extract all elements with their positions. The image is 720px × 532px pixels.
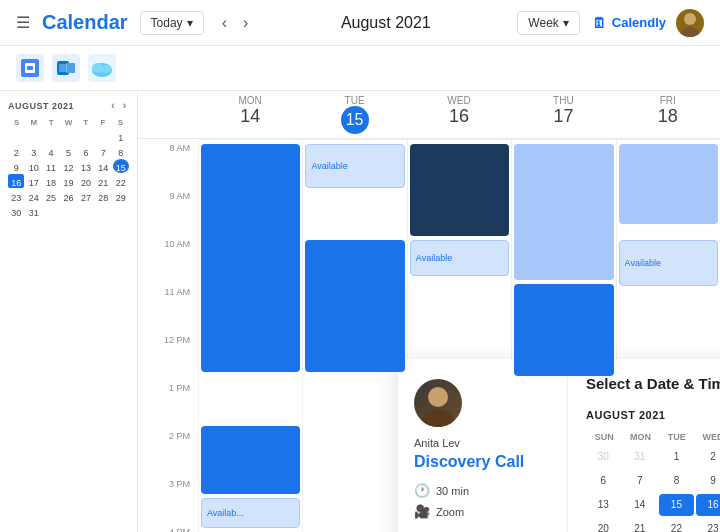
mini-day[interactable]: 23: [8, 189, 24, 203]
booking-day: 30: [586, 446, 621, 468]
col-header-mon: MON 14: [198, 91, 302, 138]
booking-event-name: Discovery Call: [414, 453, 551, 471]
booking-day[interactable]: 13: [586, 494, 621, 516]
mini-day[interactable]: 29: [113, 189, 129, 203]
mini-cal-header: AUGUST 2021 ‹ ›: [8, 99, 129, 112]
mini-day[interactable]: 1: [113, 129, 129, 143]
mini-day[interactable]: 26: [60, 189, 76, 203]
mini-day[interactable]: [95, 129, 111, 143]
mini-day[interactable]: 31: [25, 204, 41, 218]
mini-day[interactable]: 18: [43, 174, 59, 188]
mini-day[interactable]: 17: [25, 174, 41, 188]
zoom-icon: 🎥: [414, 504, 430, 519]
mini-day[interactable]: 11: [43, 159, 59, 173]
tue-col: Available: [302, 139, 406, 532]
time-label-3pm: 3 PM: [138, 475, 198, 523]
mini-day-selected[interactable]: 16: [8, 174, 24, 188]
mini-day[interactable]: [8, 129, 24, 143]
mini-cal-days: 1 2 3 4 5 6 7 8 9 10 11 12 13 14 15 16 1…: [8, 129, 129, 218]
mini-day[interactable]: [78, 129, 94, 143]
integrations-bar: [0, 46, 720, 91]
booking-day[interactable]: 2: [696, 446, 720, 468]
svg-point-10: [101, 65, 111, 73]
booking-day[interactable]: 7: [623, 470, 658, 492]
month-nav: ‹ ›: [216, 12, 255, 34]
view-selector-button[interactable]: Week ▾: [517, 11, 579, 35]
mini-day[interactable]: 24: [25, 189, 41, 203]
booking-day[interactable]: 21: [623, 518, 658, 532]
mini-day[interactable]: 30: [8, 204, 24, 218]
mini-day[interactable]: 8: [113, 144, 129, 158]
booking-day[interactable]: 14: [623, 494, 658, 516]
cal-body: 8 AM 9 AM 10 AM 11 AM 12 PM 1 PM 2 PM 3 …: [138, 139, 720, 532]
mini-day[interactable]: 25: [43, 189, 59, 203]
mini-day[interactable]: 28: [95, 189, 111, 203]
mini-day[interactable]: 4: [43, 144, 59, 158]
booking-day[interactable]: 20: [586, 518, 621, 532]
fri-event-available[interactable]: Available: [619, 240, 718, 286]
mini-day[interactable]: 20: [78, 174, 94, 188]
mini-prev-button[interactable]: ‹: [108, 99, 117, 112]
mon-event-1[interactable]: [201, 144, 300, 372]
booking-day[interactable]: 9: [696, 470, 720, 492]
wed-event-available[interactable]: Available: [410, 240, 509, 276]
mini-day[interactable]: [43, 129, 59, 143]
booking-day-selected[interactable]: 16: [696, 494, 720, 516]
today-button[interactable]: Today ▾: [140, 11, 204, 35]
tue-event-available[interactable]: Available: [305, 144, 404, 188]
svg-rect-7: [59, 64, 67, 72]
wed-event-navy[interactable]: [410, 144, 509, 236]
mini-day[interactable]: [25, 129, 41, 143]
cloud-icon[interactable]: [88, 54, 116, 82]
booking-day[interactable]: 1: [659, 446, 694, 468]
booking-day[interactable]: 8: [659, 470, 694, 492]
mini-day[interactable]: 9: [8, 159, 24, 173]
mini-day-today[interactable]: 15: [113, 159, 129, 173]
mini-day[interactable]: 14: [95, 159, 111, 173]
time-label-8am: 8 AM: [138, 139, 198, 187]
time-label-9am: 9 AM: [138, 187, 198, 235]
mini-day[interactable]: 22: [113, 174, 129, 188]
thu-event-2[interactable]: [514, 284, 613, 376]
mini-day[interactable]: 21: [95, 174, 111, 188]
booking-day[interactable]: 23: [696, 518, 720, 532]
mini-next-button[interactable]: ›: [120, 99, 129, 112]
fri-event-1[interactable]: [619, 144, 718, 224]
tue-event-1[interactable]: [305, 240, 404, 372]
cal-header-row: MON 14 TUE 15 WED 16 THU 17 FRI 18: [138, 91, 720, 139]
booking-day: 31: [623, 446, 658, 468]
calendly-integration: 🗓 Calendly: [592, 15, 666, 31]
prev-month-button[interactable]: ‹: [216, 12, 233, 34]
mini-day[interactable]: 5: [60, 144, 76, 158]
mini-day[interactable]: 12: [60, 159, 76, 173]
svg-rect-6: [66, 63, 75, 73]
mon-event-available[interactable]: Availab...: [201, 498, 300, 528]
google-calendar-icon[interactable]: [16, 54, 44, 82]
mini-day[interactable]: 19: [60, 174, 76, 188]
booking-right-panel: Select a Date & Time AUGUST 2021 ‹ › SUN…: [568, 359, 720, 532]
mon-event-2[interactable]: [201, 426, 300, 494]
mini-day[interactable]: 10: [25, 159, 41, 173]
mini-day[interactable]: 2: [8, 144, 24, 158]
booking-left-panel: Anita Lev Discovery Call 🕐 30 min 🎥 Zoom: [398, 359, 568, 532]
mini-day[interactable]: [60, 129, 76, 143]
svg-point-12: [422, 409, 454, 427]
mini-day[interactable]: 7: [95, 144, 111, 158]
select-datetime-title: Select a Date & Time: [586, 375, 720, 392]
mini-day[interactable]: 13: [78, 159, 94, 173]
hamburger-icon[interactable]: ☰: [16, 13, 30, 32]
avatar[interactable]: [676, 9, 704, 37]
booking-day[interactable]: 6: [586, 470, 621, 492]
header-right: 🗓 Calendly: [592, 9, 704, 37]
svg-point-1: [680, 27, 700, 37]
mini-day[interactable]: 6: [78, 144, 94, 158]
outlook-icon[interactable]: [52, 54, 80, 82]
booking-day[interactable]: 22: [659, 518, 694, 532]
thu-event-1[interactable]: [514, 144, 613, 280]
next-month-button[interactable]: ›: [237, 12, 254, 34]
time-label-12pm: 12 PM: [138, 331, 198, 379]
header: ☰ Calendar Today ▾ ‹ › August 2021 Week …: [0, 0, 720, 46]
mini-day[interactable]: 3: [25, 144, 41, 158]
mini-day[interactable]: 27: [78, 189, 94, 203]
booking-day-today[interactable]: 15: [659, 494, 694, 516]
